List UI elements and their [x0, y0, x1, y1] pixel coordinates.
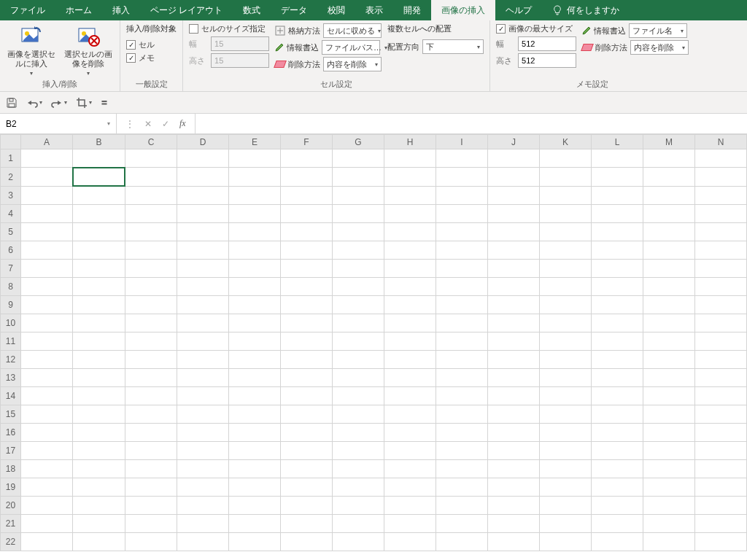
cell[interactable]	[643, 351, 695, 369]
cell[interactable]	[592, 187, 643, 205]
cell[interactable]	[281, 424, 333, 442]
cell[interactable]	[695, 478, 747, 497]
column-header[interactable]: L	[592, 135, 643, 149]
cell[interactable]	[333, 241, 384, 260]
cell[interactable]	[695, 205, 747, 223]
cell[interactable]	[73, 149, 125, 168]
cell[interactable]	[592, 442, 643, 460]
cell[interactable]	[73, 241, 125, 260]
cell[interactable]	[643, 533, 695, 551]
cell[interactable]	[436, 332, 488, 351]
cell[interactable]	[436, 278, 488, 296]
cell[interactable]	[436, 223, 488, 241]
cell[interactable]	[488, 497, 540, 515]
cell[interactable]	[488, 187, 540, 205]
cell[interactable]	[695, 168, 747, 187]
cell[interactable]	[333, 260, 384, 278]
row-header[interactable]: 19	[1, 478, 21, 497]
cell[interactable]	[125, 332, 177, 351]
cell[interactable]	[125, 296, 177, 314]
cell[interactable]	[125, 387, 177, 405]
cell[interactable]	[488, 168, 540, 187]
cell[interactable]	[488, 223, 540, 241]
cell[interactable]	[281, 187, 333, 205]
row-header[interactable]: 5	[1, 223, 21, 241]
cell[interactable]	[384, 205, 436, 223]
cell[interactable]	[73, 478, 125, 497]
row-header[interactable]: 10	[1, 314, 21, 332]
cell[interactable]	[592, 149, 643, 168]
cell[interactable]	[643, 260, 695, 278]
cell[interactable]	[73, 351, 125, 369]
cell[interactable]	[592, 460, 643, 478]
cell[interactable]	[21, 314, 73, 332]
cell[interactable]	[125, 223, 177, 241]
cell[interactable]	[488, 405, 540, 424]
cell[interactable]	[73, 515, 125, 533]
cell[interactable]	[333, 351, 384, 369]
row-header[interactable]: 20	[1, 497, 21, 515]
checkbox-memo[interactable]: メモ	[126, 52, 177, 63]
cell[interactable]	[21, 241, 73, 260]
row-header[interactable]: 12	[1, 351, 21, 369]
cell[interactable]	[436, 351, 488, 369]
column-header[interactable]: C	[125, 135, 177, 149]
column-header[interactable]: A	[21, 135, 73, 149]
cell[interactable]	[592, 223, 643, 241]
cell[interactable]	[281, 533, 333, 551]
checkbox-max-size[interactable]: 画像の最大サイズ	[496, 23, 576, 34]
cell[interactable]	[592, 168, 643, 187]
cell[interactable]	[177, 405, 229, 424]
cell[interactable]	[592, 424, 643, 442]
cell[interactable]	[229, 205, 281, 223]
cell[interactable]	[125, 497, 177, 515]
cell[interactable]	[333, 424, 384, 442]
cell[interactable]	[229, 187, 281, 205]
cell[interactable]	[643, 149, 695, 168]
cell[interactable]	[695, 387, 747, 405]
cell[interactable]	[592, 533, 643, 551]
cell[interactable]	[333, 478, 384, 497]
row-header[interactable]: 9	[1, 296, 21, 314]
cell[interactable]	[540, 314, 592, 332]
cell[interactable]	[21, 533, 73, 551]
row-header[interactable]: 16	[1, 424, 21, 442]
cell[interactable]	[21, 497, 73, 515]
cell[interactable]	[592, 351, 643, 369]
cell[interactable]	[21, 296, 73, 314]
cell[interactable]	[592, 241, 643, 260]
cell[interactable]	[281, 442, 333, 460]
ribbon-tab[interactable]: ホーム	[55, 0, 102, 20]
cell[interactable]	[384, 442, 436, 460]
ribbon-tab[interactable]: ファイル	[0, 0, 55, 20]
ribbon-tab[interactable]: 校閲	[317, 0, 355, 20]
cell[interactable]	[73, 442, 125, 460]
cell[interactable]	[333, 533, 384, 551]
cell[interactable]	[21, 442, 73, 460]
cell[interactable]	[333, 369, 384, 387]
cell[interactable]	[695, 223, 747, 241]
cell[interactable]	[540, 168, 592, 187]
cell[interactable]	[73, 260, 125, 278]
cell[interactable]	[384, 387, 436, 405]
cell[interactable]	[488, 314, 540, 332]
cell[interactable]	[73, 314, 125, 332]
cell[interactable]	[21, 478, 73, 497]
cell[interactable]	[384, 149, 436, 168]
cell[interactable]	[540, 497, 592, 515]
formula-menu-icon[interactable]: ⋮	[125, 119, 134, 129]
cell[interactable]	[488, 387, 540, 405]
cell[interactable]	[177, 187, 229, 205]
cell[interactable]	[177, 260, 229, 278]
cell[interactable]	[643, 515, 695, 533]
cell[interactable]	[540, 460, 592, 478]
cell[interactable]	[384, 369, 436, 387]
cell[interactable]	[229, 405, 281, 424]
cell[interactable]	[540, 332, 592, 351]
row-header[interactable]: 8	[1, 278, 21, 296]
cell[interactable]	[436, 369, 488, 387]
cell[interactable]	[540, 442, 592, 460]
cell[interactable]	[333, 515, 384, 533]
cell[interactable]	[436, 241, 488, 260]
cell[interactable]	[177, 205, 229, 223]
